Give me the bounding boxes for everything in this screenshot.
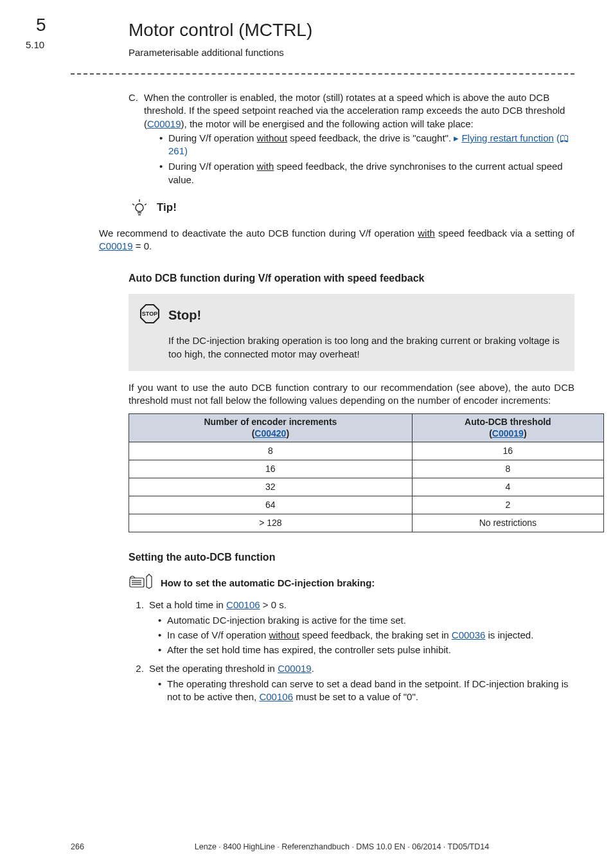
- section-divider: [71, 73, 574, 75]
- howto-block: How to set the automatic DC-injection br…: [129, 573, 574, 703]
- tip-body-b: speed feedback via a setting of: [435, 228, 574, 239]
- encoder-threshold-table: Number of encoder increments (C00420) Au…: [129, 413, 604, 532]
- cell: 8: [129, 442, 413, 460]
- link-s2-c00019[interactable]: C00019: [278, 663, 312, 674]
- step-2: Set the operating threshold in C00019. T…: [147, 662, 574, 704]
- b1-a: During V/f operation: [168, 132, 257, 143]
- chapter-title: Motor control (MCTRL): [129, 18, 574, 42]
- chapter-number: 5: [36, 13, 46, 37]
- s1-sub2-b: speed feedback, the braking set in: [299, 629, 452, 640]
- stop-body: If the DC-injection braking operation is…: [168, 334, 563, 361]
- link-c00019[interactable]: C00019: [147, 118, 181, 129]
- link-table-c00019[interactable]: C00019: [492, 428, 524, 439]
- s2-b: .: [312, 663, 314, 674]
- cell: 64: [129, 496, 413, 514]
- s1-sub3: After the set hold time has expired, the…: [158, 644, 574, 656]
- para-threshold: If you want to use the auto DCB function…: [129, 381, 574, 408]
- b1-underline: without: [257, 132, 288, 143]
- table-row: 8 16: [129, 442, 604, 460]
- tip-body-u: with: [418, 228, 435, 239]
- s2-sub1: The operating threshold can serve to set…: [158, 678, 574, 704]
- table-header-increments: Number of encoder increments (C00420): [129, 414, 413, 442]
- list-c-bullet-2: During V/f operation with speed feedback…: [159, 160, 574, 186]
- step-1: Set a hold time in C00106 > 0 s. Automat…: [147, 599, 574, 657]
- howto-heading: How to set the automatic DC-injection br…: [161, 577, 375, 590]
- cell: 4: [412, 478, 603, 496]
- s1-a: Set a hold time in: [149, 599, 226, 610]
- table-row: 32 4: [129, 478, 604, 496]
- list-c-bullet-1: During V/f operation without speed feedb…: [159, 132, 574, 158]
- tip-body-c: = 0.: [133, 240, 152, 251]
- s1-sub2-c: is injected.: [485, 629, 533, 640]
- svg-line-3: [145, 204, 147, 205]
- s1-sub2: In case of V/f operation without speed f…: [158, 629, 574, 642]
- cell: 16: [129, 460, 413, 478]
- subheading-auto-dcb-fb: Auto DCB function during V/f operation w…: [129, 271, 574, 285]
- link-c00420[interactable]: C00420: [254, 428, 286, 439]
- tip-body: We recommend to deactivate the auto DCB …: [99, 227, 574, 253]
- link-c00036[interactable]: C00036: [452, 629, 486, 640]
- list-item-c: C. When the controller is enabled, the m…: [129, 91, 574, 189]
- lightbulb-icon: [129, 198, 150, 221]
- b1-b: speed feedback, the drive is "caught".: [287, 132, 454, 143]
- procedure-icon: [129, 573, 154, 593]
- link-s2-c00106[interactable]: C00106: [259, 691, 293, 702]
- b2-underline: with: [257, 161, 274, 172]
- th1-a: Number of encoder increments: [204, 417, 337, 427]
- stop-block: STOP Stop! If the DC-injection braking o…: [129, 294, 574, 371]
- tip-heading: Tip!: [157, 201, 177, 215]
- s2-sub1-b: must be set to a value of "0".: [293, 691, 418, 702]
- s2-a: Set the operating threshold in: [149, 663, 278, 674]
- cell: 32: [129, 478, 413, 496]
- cell: 8: [412, 460, 603, 478]
- b2-a: During V/f operation: [168, 161, 257, 172]
- triangle-icon: ▸: [454, 132, 461, 143]
- s1-sub2-u: without: [269, 629, 299, 640]
- page-number: 266: [71, 842, 109, 853]
- link-flying-restart[interactable]: Flying restart function: [461, 132, 553, 143]
- table-header-threshold: Auto-DCB threshold (C00019): [412, 414, 603, 442]
- subheading-setting-auto-dcb: Setting the auto-DCB function: [129, 550, 574, 565]
- footer-text: Lenze · 8400 HighLine · Referenzhandbuch…: [109, 842, 574, 853]
- section-title: Parameterisable additional functions: [129, 46, 574, 59]
- list-letter: C.: [129, 91, 140, 189]
- stop-title: Stop!: [168, 307, 201, 324]
- s1-sub2-a: In case of V/f operation: [167, 629, 269, 640]
- cell: > 128: [129, 514, 413, 532]
- s1-sub1: Automatic DC-injection braking is active…: [158, 614, 574, 627]
- page-footer: 266 Lenze · 8400 HighLine · Referenzhand…: [0, 842, 613, 853]
- tip-block: Tip!: [129, 198, 574, 221]
- table-row: 16 8: [129, 460, 604, 478]
- list-c-body: When the controller is enabled, the moto…: [144, 91, 574, 189]
- table-row: 64 2: [129, 496, 604, 514]
- link-c00106[interactable]: C00106: [226, 599, 260, 610]
- cell: 2: [412, 496, 603, 514]
- cell: No restrictions: [412, 514, 603, 532]
- svg-point-0: [136, 204, 143, 212]
- tip-body-a: We recommend to deactivate the auto DCB …: [99, 228, 418, 239]
- cell: 16: [412, 442, 603, 460]
- stop-icon: STOP: [139, 303, 161, 328]
- svg-text:STOP: STOP: [142, 311, 157, 317]
- th2-a: Auto-DCB threshold: [465, 417, 551, 427]
- section-number: 5.10: [26, 39, 44, 51]
- page-ref-num: 261: [168, 145, 184, 156]
- link-tip-c00019[interactable]: C00019: [99, 240, 133, 251]
- svg-line-2: [132, 204, 134, 205]
- s1-b: > 0 s.: [260, 599, 287, 610]
- table-row: > 128 No restrictions: [129, 514, 604, 532]
- list-c-text-b: ), the motor will be energised and the f…: [181, 118, 474, 129]
